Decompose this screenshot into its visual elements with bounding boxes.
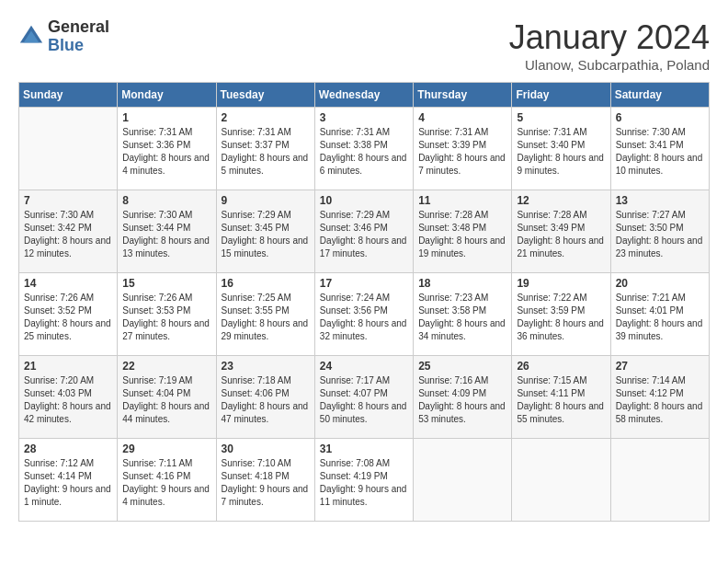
calendar-cell-w1-d4: 3Sunrise: 7:31 AMSunset: 3:38 PMDaylight… — [314, 108, 413, 190]
calendar-week-3: 14Sunrise: 7:26 AMSunset: 3:52 PMDayligh… — [19, 273, 710, 356]
header-wednesday: Wednesday — [314, 83, 413, 108]
calendar-cell-w5-d7 — [610, 439, 709, 522]
title-section: January 2024 Ulanow, Subcarpathia, Polan… — [509, 18, 710, 73]
calendar-cell-w3-d6: 19Sunrise: 7:22 AMSunset: 3:59 PMDayligh… — [512, 273, 610, 356]
day-info: Sunrise: 7:31 AMSunset: 3:36 PMDaylight:… — [122, 126, 210, 178]
day-info: Sunrise: 7:31 AMSunset: 3:40 PMDaylight:… — [517, 126, 605, 178]
day-info: Sunrise: 7:30 AMSunset: 3:41 PMDaylight:… — [616, 126, 704, 178]
day-number: 26 — [517, 360, 605, 373]
calendar-cell-w1-d5: 4Sunrise: 7:31 AMSunset: 3:39 PMDaylight… — [414, 108, 512, 190]
calendar-week-5: 28Sunrise: 7:12 AMSunset: 4:14 PMDayligh… — [19, 439, 710, 522]
calendar-cell-w3-d5: 18Sunrise: 7:23 AMSunset: 3:58 PMDayligh… — [414, 273, 512, 356]
day-number: 15 — [122, 277, 210, 290]
calendar-cell-w4-d7: 27Sunrise: 7:14 AMSunset: 4:12 PMDayligh… — [610, 356, 709, 439]
day-info: Sunrise: 7:31 AMSunset: 3:37 PMDaylight:… — [222, 126, 310, 178]
logo: General Blue — [18, 18, 109, 55]
logo-icon — [18, 24, 44, 50]
day-info: Sunrise: 7:16 AMSunset: 4:09 PMDaylight:… — [418, 374, 506, 426]
day-number: 10 — [320, 194, 408, 207]
day-info: Sunrise: 7:18 AMSunset: 4:06 PMDaylight:… — [222, 374, 310, 426]
day-info: Sunrise: 7:26 AMSunset: 3:52 PMDaylight:… — [24, 292, 112, 343]
day-number: 23 — [222, 360, 310, 373]
day-info: Sunrise: 7:23 AMSunset: 3:58 PMDaylight:… — [418, 292, 506, 343]
day-info: Sunrise: 7:30 AMSunset: 3:42 PMDaylight:… — [24, 209, 112, 260]
calendar-cell-w4-d1: 21Sunrise: 7:20 AMSunset: 4:03 PMDayligh… — [19, 356, 118, 439]
day-info: Sunrise: 7:28 AMSunset: 3:48 PMDaylight:… — [418, 209, 506, 260]
calendar-cell-w2-d6: 12Sunrise: 7:28 AMSunset: 3:49 PMDayligh… — [512, 190, 610, 273]
day-info: Sunrise: 7:12 AMSunset: 4:14 PMDaylight:… — [24, 457, 112, 509]
day-info: Sunrise: 7:29 AMSunset: 3:45 PMDaylight:… — [222, 209, 310, 260]
day-number: 25 — [418, 360, 506, 373]
calendar-week-1: 1Sunrise: 7:31 AMSunset: 3:36 PMDaylight… — [19, 108, 710, 190]
calendar-week-2: 7Sunrise: 7:30 AMSunset: 3:42 PMDaylight… — [19, 190, 710, 273]
header-friday: Friday — [512, 83, 610, 108]
calendar-cell-w5-d2: 29Sunrise: 7:11 AMSunset: 4:16 PMDayligh… — [118, 439, 216, 522]
calendar-cell-w4-d2: 22Sunrise: 7:19 AMSunset: 4:04 PMDayligh… — [118, 356, 216, 439]
header-saturday: Saturday — [610, 83, 709, 108]
day-number: 13 — [616, 194, 704, 207]
day-info: Sunrise: 7:19 AMSunset: 4:04 PMDaylight:… — [122, 374, 210, 426]
calendar-header-row: Sunday Monday Tuesday Wednesday Thursday… — [19, 83, 710, 108]
day-number: 31 — [320, 442, 408, 455]
calendar-cell-w2-d3: 9Sunrise: 7:29 AMSunset: 3:45 PMDaylight… — [216, 190, 314, 273]
calendar-cell-w2-d4: 10Sunrise: 7:29 AMSunset: 3:46 PMDayligh… — [314, 190, 413, 273]
calendar-cell-w5-d6 — [512, 439, 610, 522]
day-number: 24 — [320, 360, 408, 373]
day-number: 1 — [122, 111, 210, 124]
calendar-cell-w2-d7: 13Sunrise: 7:27 AMSunset: 3:50 PMDayligh… — [610, 190, 709, 273]
calendar-cell-w1-d6: 5Sunrise: 7:31 AMSunset: 3:40 PMDaylight… — [512, 108, 610, 190]
calendar-cell-w5-d3: 30Sunrise: 7:10 AMSunset: 4:18 PMDayligh… — [216, 439, 314, 522]
day-number: 11 — [418, 194, 506, 207]
calendar-cell-w3-d4: 17Sunrise: 7:24 AMSunset: 3:56 PMDayligh… — [314, 273, 413, 356]
calendar-cell-w2-d1: 7Sunrise: 7:30 AMSunset: 3:42 PMDaylight… — [19, 190, 118, 273]
calendar-cell-w1-d2: 1Sunrise: 7:31 AMSunset: 3:36 PMDaylight… — [118, 108, 216, 190]
calendar-cell-w3-d3: 16Sunrise: 7:25 AMSunset: 3:55 PMDayligh… — [216, 273, 314, 356]
day-number: 18 — [418, 277, 506, 290]
day-info: Sunrise: 7:14 AMSunset: 4:12 PMDaylight:… — [616, 374, 704, 426]
calendar-cell-w2-d5: 11Sunrise: 7:28 AMSunset: 3:48 PMDayligh… — [414, 190, 512, 273]
day-number: 12 — [517, 194, 605, 207]
day-number: 19 — [517, 277, 605, 290]
header-sunday: Sunday — [19, 83, 118, 108]
day-number: 28 — [24, 442, 112, 455]
day-number: 27 — [616, 360, 704, 373]
header-tuesday: Tuesday — [216, 83, 314, 108]
day-number: 7 — [24, 194, 112, 207]
day-info: Sunrise: 7:22 AMSunset: 3:59 PMDaylight:… — [517, 292, 605, 343]
day-number: 17 — [320, 277, 408, 290]
day-info: Sunrise: 7:30 AMSunset: 3:44 PMDaylight:… — [122, 209, 210, 260]
day-info: Sunrise: 7:24 AMSunset: 3:56 PMDaylight:… — [320, 292, 408, 343]
logo-blue-text: Blue — [48, 37, 109, 55]
header-monday: Monday — [118, 83, 216, 108]
day-number: 4 — [418, 111, 506, 124]
day-info: Sunrise: 7:26 AMSunset: 3:53 PMDaylight:… — [122, 292, 210, 343]
day-info: Sunrise: 7:15 AMSunset: 4:11 PMDaylight:… — [517, 374, 605, 426]
calendar-cell-w4-d3: 23Sunrise: 7:18 AMSunset: 4:06 PMDayligh… — [216, 356, 314, 439]
day-number: 2 — [222, 111, 310, 124]
day-info: Sunrise: 7:08 AMSunset: 4:19 PMDaylight:… — [320, 457, 408, 509]
header-thursday: Thursday — [414, 83, 512, 108]
day-number: 16 — [222, 277, 310, 290]
page-header: General Blue January 2024 Ulanow, Subcar… — [18, 18, 710, 73]
day-info: Sunrise: 7:28 AMSunset: 3:49 PMDaylight:… — [517, 209, 605, 260]
day-info: Sunrise: 7:31 AMSunset: 3:39 PMDaylight:… — [418, 126, 506, 178]
calendar-cell-w3-d7: 20Sunrise: 7:21 AMSunset: 4:01 PMDayligh… — [610, 273, 709, 356]
calendar-cell-w3-d1: 14Sunrise: 7:26 AMSunset: 3:52 PMDayligh… — [19, 273, 118, 356]
day-info: Sunrise: 7:20 AMSunset: 4:03 PMDaylight:… — [24, 374, 112, 426]
day-number: 5 — [517, 111, 605, 124]
logo-text: General Blue — [48, 18, 109, 55]
day-number: 8 — [122, 194, 210, 207]
day-info: Sunrise: 7:29 AMSunset: 3:46 PMDaylight:… — [320, 209, 408, 260]
day-number: 14 — [24, 277, 112, 290]
calendar-cell-w1-d7: 6Sunrise: 7:30 AMSunset: 3:41 PMDaylight… — [610, 108, 709, 190]
day-number: 29 — [122, 442, 210, 455]
day-number: 22 — [122, 360, 210, 373]
day-info: Sunrise: 7:21 AMSunset: 4:01 PMDaylight:… — [616, 292, 704, 343]
day-info: Sunrise: 7:17 AMSunset: 4:07 PMDaylight:… — [320, 374, 408, 426]
day-info: Sunrise: 7:31 AMSunset: 3:38 PMDaylight:… — [320, 126, 408, 178]
calendar-cell-w4-d5: 25Sunrise: 7:16 AMSunset: 4:09 PMDayligh… — [414, 356, 512, 439]
month-title: January 2024 — [509, 18, 710, 57]
calendar-cell-w4-d4: 24Sunrise: 7:17 AMSunset: 4:07 PMDayligh… — [314, 356, 413, 439]
logo-general-text: General — [48, 18, 109, 37]
calendar-cell-w2-d2: 8Sunrise: 7:30 AMSunset: 3:44 PMDaylight… — [118, 190, 216, 273]
